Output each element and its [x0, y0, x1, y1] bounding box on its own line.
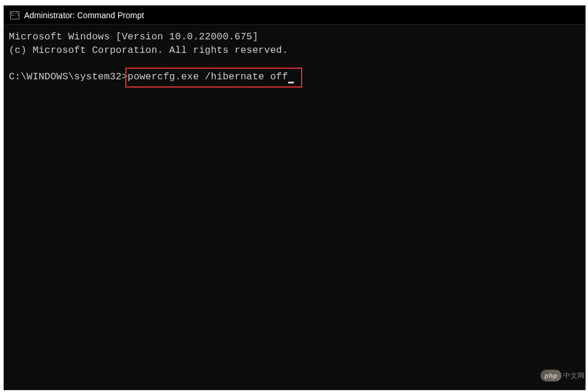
command-text: powercfg.exe /hibernate off	[128, 71, 288, 82]
command-input[interactable]: powercfg.exe /hibernate off	[128, 71, 294, 84]
version-line: Microsoft Windows [Version 10.0.22000.67…	[9, 31, 580, 44]
blank-line	[9, 58, 580, 71]
watermark-text: 中文网	[563, 371, 584, 381]
terminal-body[interactable]: Microsoft Windows [Version 10.0.22000.67…	[4, 25, 585, 90]
php-badge: php	[540, 370, 562, 381]
titlebar[interactable]: C:\ Administrator: Command Prompt	[4, 6, 585, 25]
command-prompt-window: C:\ Administrator: Command Prompt Micros…	[4, 5, 586, 390]
copyright-line: (c) Microsoft Corporation. All rights re…	[9, 44, 580, 58]
watermark: php 中文网	[540, 370, 584, 381]
prompt-line: C:\WINDOWS\system32>powercfg.exe /hibern…	[9, 71, 580, 84]
cmd-icon: C:\	[10, 11, 19, 19]
cursor	[288, 82, 294, 83]
window-title: Administrator: Command Prompt	[24, 11, 144, 20]
prompt-prefix: C:\WINDOWS\system32>	[9, 71, 128, 84]
